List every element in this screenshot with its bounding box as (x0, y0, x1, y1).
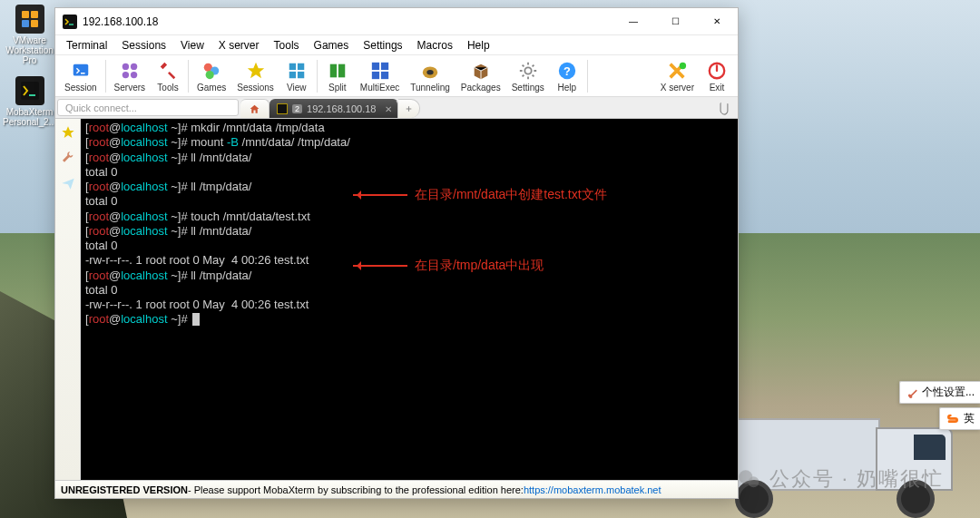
split-icon (327, 60, 348, 82)
toolbar-servers-button[interactable]: Servers (109, 58, 151, 94)
terminal-line: [root@localhost ~]# touch /mnt/data/test… (85, 210, 733, 224)
toolbar-sessions-button[interactable]: Sessions (231, 58, 279, 94)
svg-rect-3 (31, 20, 38, 27)
svg-point-25 (426, 70, 433, 75)
session-tab-active[interactable]: 2 192.168.100.18 ✕ (270, 99, 398, 118)
plus-icon (406, 104, 412, 113)
terminal-line: [root@localhost ~]# mount -B /mnt/data/ … (85, 135, 733, 150)
svg-point-7 (122, 63, 129, 69)
home-icon (249, 103, 260, 115)
menu-games[interactable]: Games (307, 37, 357, 54)
terminal-line: total 0 (85, 165, 733, 180)
menu-settings[interactable]: Settings (356, 37, 409, 54)
multiexec-icon (369, 60, 391, 82)
toolbar-x-server-button[interactable]: X server (655, 58, 700, 94)
terminal-line: [root@localhost ~]# (85, 312, 733, 327)
toolbar: SessionServersToolsGamesSessionsViewSpli… (55, 55, 738, 97)
tools-icon (157, 60, 179, 82)
terminal-icon (277, 103, 288, 114)
svg-rect-17 (298, 71, 304, 77)
vmware-icon (15, 5, 44, 34)
app-icon (63, 15, 77, 29)
svg-point-13 (206, 71, 214, 79)
toolbar-split-button[interactable]: Split (320, 58, 355, 94)
toolbar-session-button[interactable]: Session (59, 58, 103, 94)
tab-bar: Quick connect... 2 192.168.100.18 ✕ (55, 97, 738, 119)
exit-icon (706, 60, 728, 82)
svg-rect-21 (380, 62, 387, 69)
terminal-icon (70, 60, 92, 82)
toolbar-view-button[interactable]: View (279, 58, 314, 94)
toolbar-settings-button[interactable]: Settings (506, 58, 550, 94)
tab-label: 192.168.100.18 (307, 103, 376, 114)
arrow-icon (353, 265, 407, 267)
svg-rect-4 (21, 82, 39, 100)
desktop-shortcut-mobaxterm[interactable]: MobaXterm Personal_2... (5, 76, 54, 127)
bookmarks-button[interactable] (58, 122, 78, 142)
wechat-icon (737, 467, 760, 491)
wrench-icon (61, 151, 75, 165)
svg-point-29 (680, 62, 686, 68)
status-link[interactable]: https://mobaxterm.mobatek.net (524, 484, 662, 495)
star-icon (245, 60, 267, 82)
new-tab-button[interactable] (398, 99, 420, 118)
svg-rect-1 (31, 11, 38, 18)
tab-close-icon[interactable]: ✕ (385, 104, 392, 114)
svg-point-26 (524, 67, 531, 73)
quick-connect-input[interactable]: Quick connect... (57, 99, 239, 116)
unregistered-label: UNREGISTERED VERSION (61, 484, 188, 495)
window-title: 192.168.100.18 (83, 15, 612, 28)
svg-rect-19 (338, 64, 345, 77)
toolbar-exit-button[interactable]: Exit (700, 58, 734, 94)
toolbar-packages-button[interactable]: Packages (456, 58, 506, 94)
terminal-line: total 0 (85, 239, 733, 253)
desktop-shortcut-label: VMware Workstation Pro (5, 35, 54, 65)
minimize-button[interactable]: — (612, 8, 654, 34)
maximize-button[interactable]: ☐ (654, 8, 696, 34)
ime-indicator[interactable]: 英 (939, 407, 980, 430)
svg-text:?: ? (564, 64, 571, 77)
tools-side-button[interactable] (58, 148, 78, 168)
toolbar-tools-button[interactable]: Tools (151, 58, 185, 94)
star-icon (61, 125, 75, 140)
menu-terminal[interactable]: Terminal (59, 37, 114, 54)
personalization-button[interactable]: 个性设置... (899, 381, 980, 404)
desktop-icons: VMware Workstation Pro MobaXterm Persona… (5, 5, 54, 127)
desktop-shortcut-label: MobaXterm Personal_2... (3, 107, 56, 127)
menu-sessions[interactable]: Sessions (114, 37, 173, 54)
svg-rect-18 (330, 64, 337, 77)
svg-rect-2 (22, 20, 29, 27)
close-button[interactable]: ✕ (696, 8, 738, 34)
packages-icon (470, 60, 492, 82)
side-toolbar (55, 119, 81, 480)
servers-icon (119, 60, 141, 82)
menu-x-server[interactable]: X server (211, 37, 267, 54)
svg-rect-20 (371, 62, 378, 69)
svg-point-10 (131, 71, 137, 77)
toolbar-tunneling-button[interactable]: Tunneling (405, 58, 456, 94)
paperclip-icon[interactable] (716, 99, 737, 120)
terminal-line: total 0 (85, 283, 733, 298)
arrow-icon (353, 194, 407, 196)
tunnel-icon (419, 60, 441, 82)
mobaxterm-window: 192.168.100.18 — ☐ ✕ TerminalSessionsVie… (54, 7, 739, 499)
menu-tools[interactable]: Tools (267, 37, 307, 54)
x-icon (666, 60, 688, 82)
annotation: 在目录/tmp/data中出现 (353, 258, 544, 274)
menu-help[interactable]: Help (460, 37, 497, 54)
toolbar-games-button[interactable]: Games (191, 58, 231, 94)
watermark: 公众号 · 奶嘴很忙 (737, 465, 944, 493)
desktop-shortcut-vmware[interactable]: VMware Workstation Pro (5, 5, 54, 65)
menu-macros[interactable]: Macros (410, 37, 460, 54)
toolbar-help-button[interactable]: ?Help (550, 58, 584, 94)
svg-rect-0 (22, 11, 29, 18)
titlebar[interactable]: 192.168.100.18 — ☐ ✕ (55, 8, 738, 35)
svg-rect-22 (371, 71, 378, 78)
toolbar-multiexec-button[interactable]: MultiExec (355, 58, 405, 94)
terminal-line: -rw-r--r--. 1 root root 0 May 4 00:26 te… (85, 298, 733, 312)
macros-side-button[interactable] (58, 173, 78, 193)
home-tab[interactable] (240, 99, 270, 118)
menu-view[interactable]: View (173, 37, 211, 54)
tab-session-number: 2 (292, 104, 302, 113)
terminal-output[interactable]: [root@localhost ~]# mkdir /mnt/data /tmp… (81, 119, 738, 480)
